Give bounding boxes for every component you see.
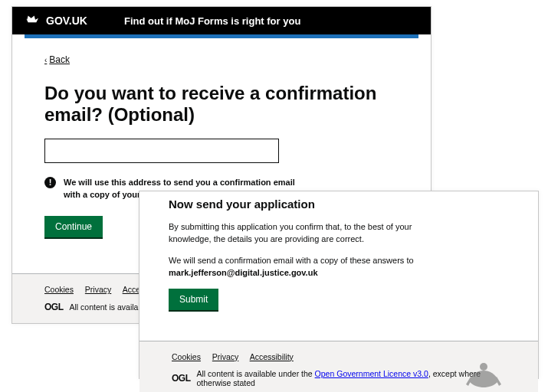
royal-crest: © Crown copyright [452, 358, 515, 392]
page-send-application: Now send your application By submitting … [139, 191, 539, 379]
footer: Cookies Privacy Accessibility OGL All co… [139, 341, 538, 392]
page-heading: Do you want to receive a confirmation em… [44, 83, 399, 125]
footer-privacy[interactable]: Privacy [85, 285, 111, 294]
header-bar: GOV.UK Find out if MoJ Forms is right fo… [12, 7, 431, 34]
info-icon: ! [44, 177, 56, 188]
ogl-icon: OGL [172, 373, 191, 384]
footer-privacy[interactable]: Privacy [212, 352, 238, 361]
email-input[interactable] [44, 139, 279, 163]
crown-icon [25, 13, 40, 28]
ogl-icon: OGL [44, 302, 64, 312]
declaration-text: By submitting this application you confi… [169, 221, 445, 246]
chevron-left-icon: ‹ [44, 56, 47, 64]
send-heading: Now send your application [169, 198, 509, 211]
continue-button[interactable]: Continue [44, 216, 103, 237]
govuk-logo-text: GOV.UK [46, 15, 87, 27]
confirmation-text: We will send a confirmation email with a… [169, 255, 445, 279]
svg-point-0 [480, 363, 487, 371]
confirmation-email: mark.jefferson@digital.justice.gov.uk [169, 268, 318, 277]
ogl-link[interactable]: Open Government Licence v3.0 [315, 369, 428, 378]
submit-button[interactable]: Submit [169, 289, 218, 310]
royal-arms-icon [464, 358, 503, 390]
service-name: Find out if MoJ Forms is right for you [124, 15, 300, 27]
footer-accessibility[interactable]: Accessibility [250, 352, 294, 361]
footer-cookies[interactable]: Cookies [44, 285, 74, 294]
back-link[interactable]: ‹Back [44, 54, 70, 65]
footer-cookies[interactable]: Cookies [172, 352, 201, 361]
